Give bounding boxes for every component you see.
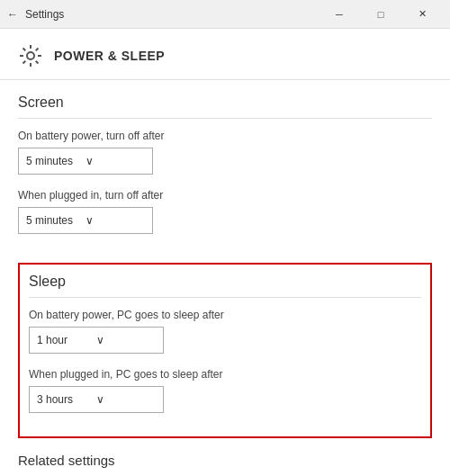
sleep-section-title: Sleep bbox=[29, 274, 421, 298]
screen-section: Screen On battery power, turn off after … bbox=[0, 80, 450, 234]
screen-battery-label: On battery power, turn off after bbox=[18, 130, 432, 142]
screen-battery-select[interactable]: 5 minutes ∨ bbox=[18, 148, 153, 175]
related-section: Related settings Additional power settin… bbox=[0, 438, 450, 476]
screen-plugged-select[interactable]: 5 minutes ∨ bbox=[18, 207, 153, 234]
panel-header: POWER & SLEEP bbox=[0, 29, 450, 80]
screen-battery-group: On battery power, turn off after 5 minut… bbox=[18, 130, 432, 175]
back-button[interactable]: ← bbox=[7, 8, 18, 21]
sleep-plugged-group: When plugged in, PC goes to sleep after … bbox=[29, 368, 421, 413]
sleep-battery-group: On battery power, PC goes to sleep after… bbox=[29, 309, 421, 354]
close-button[interactable]: ✕ bbox=[401, 0, 443, 29]
sleep-plugged-value: 3 hours bbox=[37, 393, 96, 406]
screen-plugged-group: When plugged in, turn off after 5 minute… bbox=[18, 189, 432, 234]
sleep-plugged-label: When plugged in, PC goes to sleep after bbox=[29, 368, 421, 381]
screen-section-title: Screen bbox=[18, 94, 432, 119]
sleep-plugged-arrow-icon: ∨ bbox=[96, 393, 156, 406]
sleep-section: Sleep On battery power, PC goes to sleep… bbox=[18, 263, 432, 438]
main-panel: POWER & SLEEP Screen On battery power, t… bbox=[0, 29, 450, 476]
panel-title: POWER & SLEEP bbox=[54, 49, 165, 63]
sleep-plugged-select[interactable]: 3 hours ∨ bbox=[29, 386, 164, 413]
screen-plugged-label: When plugged in, turn off after bbox=[18, 189, 432, 202]
related-settings-title: Related settings bbox=[18, 453, 432, 468]
sleep-battery-select[interactable]: 1 hour ∨ bbox=[29, 327, 164, 354]
sleep-section-wrapper: Sleep On battery power, PC goes to sleep… bbox=[0, 248, 450, 438]
svg-point-0 bbox=[27, 52, 34, 59]
sleep-battery-value: 1 hour bbox=[37, 334, 96, 346]
screen-plugged-value: 5 minutes bbox=[26, 214, 86, 227]
maximize-button[interactable]: □ bbox=[360, 0, 401, 29]
content-area: POWER & SLEEP Screen On battery power, t… bbox=[0, 29, 450, 476]
screen-battery-arrow-icon: ∨ bbox=[86, 155, 145, 167]
titlebar: ← Settings ─ □ ✕ bbox=[0, 0, 450, 29]
sleep-battery-label: On battery power, PC goes to sleep after bbox=[29, 309, 421, 321]
window-controls: ─ □ ✕ bbox=[319, 0, 443, 29]
minimize-button[interactable]: ─ bbox=[319, 0, 360, 29]
sleep-battery-arrow-icon: ∨ bbox=[96, 334, 156, 346]
window-title: Settings bbox=[25, 8, 319, 21]
screen-battery-value: 5 minutes bbox=[26, 155, 86, 167]
screen-plugged-arrow-icon: ∨ bbox=[86, 214, 145, 227]
gear-icon bbox=[18, 43, 43, 68]
